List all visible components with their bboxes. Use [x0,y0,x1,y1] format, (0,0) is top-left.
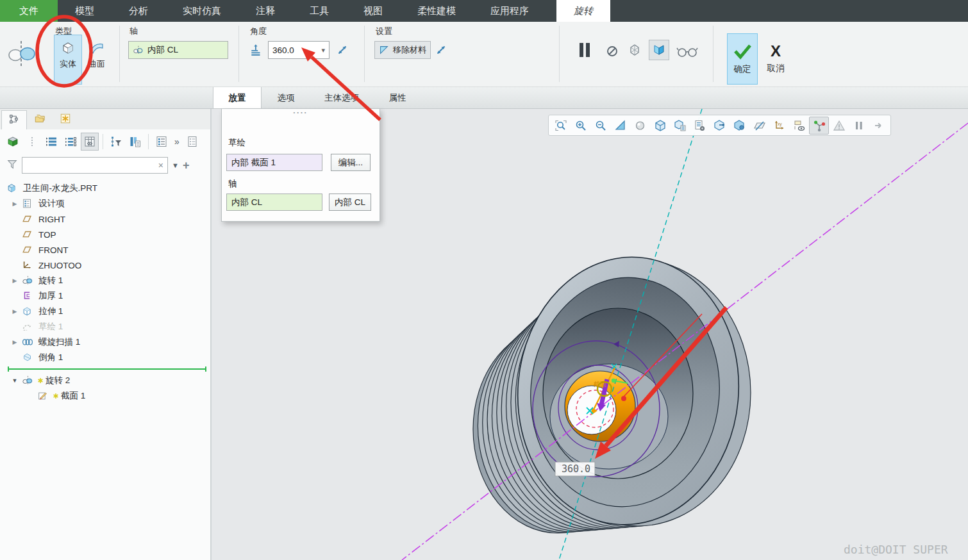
folder-browser-tab[interactable] [27,110,53,129]
favorites-tab[interactable] [53,110,78,129]
tree-item-旋转-1[interactable]: ▶旋转 1 [0,273,210,288]
axis-collector-panel-field[interactable]: 内部 CL [226,194,322,211]
checklist-button[interactable] [153,133,171,151]
surface-type-button[interactable]: 曲面 [83,35,111,85]
menu-item-8[interactable]: 应用程序 [473,0,546,22]
tree-columns-icon [83,135,96,148]
view-manager-button[interactable] [690,117,710,135]
tree-item-倒角-1[interactable]: 倒角 1 [0,350,210,365]
ok-check-icon [733,43,752,60]
revolve-feature-icon [8,38,38,69]
view-glasses-button[interactable] [674,42,700,60]
repaint-button[interactable] [610,117,630,135]
tree-item-卫生间-水龙头.PRT[interactable]: 卫生间-水龙头.PRT [0,181,210,196]
dashboard-tab-3[interactable]: 属性 [373,87,422,108]
axis-collector-field[interactable]: 内部 CL [128,41,228,59]
no-preview-button[interactable] [604,42,621,60]
expander-closed-icon[interactable]: ▶ [8,308,22,315]
cancel-button[interactable]: X 取消 [760,33,791,85]
feature-preview-button[interactable] [649,40,669,60]
menu-item-3[interactable]: 实时仿真 [165,0,238,22]
expander-closed-icon[interactable]: ▶ [8,277,22,284]
view-manager-icon [694,119,706,132]
tree-filter-text[interactable] [26,161,158,170]
resume-button[interactable] [869,117,889,135]
menu-item-2[interactable]: 分析 [112,0,165,22]
angle-option-button[interactable] [247,41,265,59]
add-filter-button[interactable]: + [183,160,190,171]
tree-item-草绘-1[interactable]: 草绘 1 [0,319,210,334]
show-cube-button[interactable] [4,133,22,151]
zoom-in-button[interactable] [571,117,590,135]
zoom-out-button[interactable] [590,117,610,135]
tree-item-旋转-2[interactable]: ▼旋转 2 [0,373,210,388]
display-style-button[interactable] [650,117,670,135]
refit-button[interactable] [551,117,571,135]
dashboard-tab-1[interactable]: 选项 [262,87,310,108]
menu-item-6[interactable]: 视图 [346,0,400,22]
column-doc-button[interactable] [126,133,144,151]
spin-center-button[interactable] [809,117,829,135]
filter-dropdown-caret[interactable]: ▼ [172,161,179,169]
menu-item-1[interactable]: 模型 [58,0,112,22]
section-button[interactable] [710,117,730,135]
menu-item-5[interactable]: 工具 [292,0,346,22]
internal-cl-button[interactable]: 内部 CL [329,194,371,211]
insert-locator-line[interactable] [0,366,210,372]
dashboard-tab-0[interactable]: 放置 [213,87,262,108]
angle-handle-dot[interactable] [621,396,626,401]
expander-closed-icon[interactable]: ▶ [8,201,22,207]
axis-display-icon: xy [773,119,786,132]
clear-filter-icon[interactable]: × [158,160,163,170]
expander-closed-icon[interactable]: ▶ [8,339,22,345]
tree-columns-button[interactable] [81,133,99,151]
panel-drag-handle[interactable]: •••• [222,110,380,115]
tree-item-加厚-1[interactable]: 加厚 1 [0,288,210,304]
menu-item-9[interactable]: 旋转 [556,0,610,22]
edit-sketch-button[interactable]: 编辑... [331,154,371,171]
tree-filter-input[interactable]: × [22,157,168,174]
angle-dropdown-caret[interactable]: ▾ [321,46,325,54]
expander-open-icon[interactable]: ▼ [8,377,22,384]
list-nested-button[interactable] [62,133,79,151]
tree-item-RIGHT[interactable]: RIGHT [0,211,210,227]
remove-material-button[interactable]: 移除材料 [374,41,431,59]
pause-feature-button[interactable] [573,41,596,59]
tree-item-拉伸-1[interactable]: ▶拉伸 1 [0,304,210,319]
menu-item-4[interactable]: 注释 [238,0,292,22]
variable-angle-icon [249,43,263,57]
shading-icon [634,119,647,132]
tree-item-螺旋扫描-1[interactable]: ▶螺旋扫描 1 [0,334,210,350]
overflow-chevrons[interactable]: » [172,136,182,147]
annotation-display-button[interactable] [789,117,809,135]
model-tree-tab[interactable] [1,110,27,129]
top-menu-bar: 文件模型分析实时仿真注释工具视图柔性建模应用程序旋转 [0,0,968,22]
doc-lines-button[interactable] [183,133,201,151]
saved-orientations-icon [674,119,687,132]
menu-item-0[interactable]: 文件 [0,0,58,22]
analysis-warning-button[interactable] [829,117,849,135]
filter-tree-button[interactable] [107,133,125,151]
saved-orientations-button[interactable] [670,117,690,135]
tree-item-TOP[interactable]: TOP [0,227,210,242]
pause-button[interactable] [849,117,869,135]
dashboard-tab-2[interactable]: 主体选项 [310,87,373,108]
tree-item-设计项[interactable]: ▶设计项 [0,196,210,211]
list-expand-button[interactable] [42,133,60,151]
verify-preview-button[interactable] [626,41,644,59]
tree-item-FRONT[interactable]: FRONT [0,242,210,258]
tree-item-ZHUOTOO[interactable]: ZHUOTOO [0,258,210,273]
solid-type-button[interactable]: 实体 [54,35,82,85]
datum-display-button[interactable] [749,117,769,135]
flip-material-side-button[interactable] [432,41,450,59]
angle-value-input[interactable]: 360.0 ▾ [268,41,330,59]
axis-display-button[interactable]: xy [769,117,789,135]
tree-item-label: RIGHT [38,215,65,224]
appearances-button[interactable] [730,117,749,135]
tree-item-截面-1[interactable]: 截面 1 [0,388,210,404]
menu-item-7[interactable]: 柔性建模 [400,0,473,22]
sketch-collector-field[interactable]: 内部 截面 1 [226,154,322,171]
shading-button[interactable] [630,117,650,135]
ok-button[interactable]: 确定 [727,33,758,85]
flip-angle-direction-button[interactable] [333,41,351,59]
